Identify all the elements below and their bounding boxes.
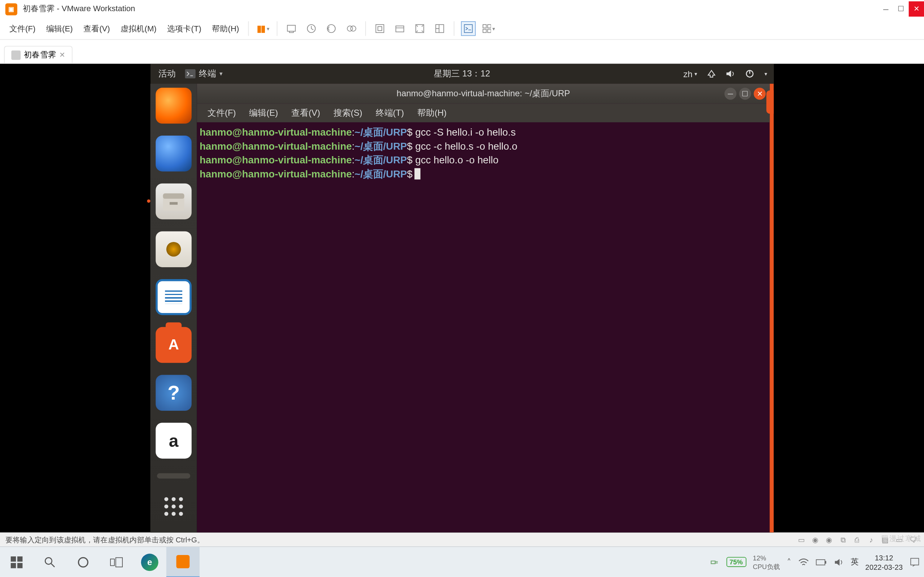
menu-view[interactable]: 查看(V) <box>78 18 115 39</box>
svg-point-2 <box>327 24 335 32</box>
cpu-load-indicator[interactable]: 12%CPU负载 <box>753 553 780 571</box>
tray-chevron-icon[interactable]: ˄ <box>787 557 792 567</box>
vm-tab-icon <box>11 50 21 60</box>
chevron-down-icon: ▾ <box>695 71 697 77</box>
svg-rect-29 <box>17 562 23 568</box>
cursor-icon <box>414 168 420 179</box>
device-sound-icon[interactable]: ♪ <box>866 535 877 545</box>
windows-taskbar: e 75% 12%CPU负载 ˄ 英 13:122022-03-23 <box>0 546 924 577</box>
svg-rect-37 <box>911 558 919 564</box>
tray-power-plug-icon[interactable] <box>709 557 719 567</box>
fit-window-button[interactable] <box>393 21 407 36</box>
ubuntu-topbar: 活动 终端 ▾ 星期三 13：12 zh▾ ▾ <box>150 64 774 84</box>
device-usb-icon[interactable]: ⎙ <box>851 535 863 545</box>
dock-thunderbird[interactable] <box>155 135 192 172</box>
vm-tab[interactable]: 初春雪霁 ✕ <box>4 46 73 63</box>
terminal-menu-file[interactable]: 文件(F) <box>201 107 242 119</box>
send-ctrl-alt-del-button[interactable] <box>284 21 299 36</box>
cortana-button[interactable] <box>66 547 100 577</box>
terminal-body[interactable]: hanmo@hanmo-virtual-machine:~/桌面/URP$ gc… <box>197 122 770 184</box>
svg-rect-35 <box>816 559 825 565</box>
dock-trash[interactable] <box>157 473 190 479</box>
taskbar-vmware[interactable] <box>166 547 200 577</box>
dock-software[interactable]: A <box>155 327 192 363</box>
dock-help[interactable]: ? <box>155 375 192 411</box>
vm-tab-label: 初春雪霁 <box>24 49 56 60</box>
guest-display[interactable]: 活动 终端 ▾ 星期三 13：12 zh▾ ▾ <box>0 64 924 532</box>
minimize-button[interactable]: ─ <box>878 2 893 16</box>
start-button[interactable] <box>0 547 33 577</box>
notifications-icon[interactable] <box>909 557 920 567</box>
search-button[interactable] <box>33 547 66 577</box>
tray-volume-icon[interactable] <box>834 557 844 567</box>
close-button[interactable]: ✕ <box>909 2 924 16</box>
menu-help[interactable]: 帮助(H) <box>207 18 244 39</box>
svg-rect-26 <box>10 556 16 561</box>
terminal-line: hanmo@hanmo-virtual-machine:~/桌面/URP$ gc… <box>200 153 767 167</box>
chevron-down-icon: ▾ <box>220 70 223 77</box>
clock-label[interactable]: 星期三 13：12 <box>434 68 490 80</box>
vmware-logo-icon: ▣ <box>5 3 17 15</box>
snapshot-revert-button[interactable] <box>324 21 339 36</box>
dock-rhythmbox[interactable] <box>155 231 192 267</box>
svg-point-30 <box>45 557 52 564</box>
vmware-menubar: 文件(F) 编辑(E) 查看(V) 虚拟机(M) 选项卡(T) 帮助(H) ▮▮… <box>0 18 924 40</box>
terminal-menu-terminal[interactable]: 终端(T) <box>369 107 410 119</box>
terminal-menu-search[interactable]: 搜索(S) <box>327 107 369 119</box>
terminal-minimize-button[interactable]: ─ <box>724 88 736 100</box>
terminal-title: hanmo@hanmo-virtual-machine: ~/桌面/URP <box>397 88 570 100</box>
wifi-icon[interactable] <box>798 557 809 567</box>
svg-rect-0 <box>288 25 296 31</box>
dock-files[interactable] <box>155 184 192 220</box>
maximize-button[interactable]: ☐ <box>893 2 908 16</box>
svg-rect-34 <box>116 557 122 567</box>
unity-button[interactable] <box>433 21 447 36</box>
menu-file[interactable]: 文件(F) <box>4 18 41 39</box>
input-method-indicator[interactable]: zh▾ <box>683 69 697 79</box>
terminal-menu-view[interactable]: 查看(V) <box>285 107 327 119</box>
fullscreen-button[interactable] <box>412 21 427 36</box>
terminal-close-button[interactable]: ✕ <box>754 88 766 100</box>
terminal-maximize-button[interactable]: ☐ <box>739 88 751 100</box>
volume-icon[interactable] <box>726 69 736 79</box>
menu-tabs[interactable]: 选项卡(T) <box>162 18 207 39</box>
dock-writer[interactable] <box>155 279 192 315</box>
device-hdd-icon[interactable]: ▭ <box>795 535 807 545</box>
tray-battery-icon[interactable] <box>815 558 827 566</box>
snapshot-button[interactable] <box>304 21 319 36</box>
pause-vm-button[interactable]: ▮▮▾ <box>255 21 270 36</box>
menu-edit[interactable]: 编辑(E) <box>41 18 78 39</box>
svg-rect-25 <box>170 202 178 205</box>
status-hint: 要将输入定向到该虚拟机，请在虚拟机内部单击或按 Ctrl+G。 <box>5 535 204 545</box>
console-view-button[interactable] <box>461 21 476 36</box>
chevron-down-icon: ▾ <box>764 71 767 77</box>
activities-button[interactable]: 活动 <box>153 68 181 80</box>
svg-point-4 <box>351 26 356 31</box>
network-icon[interactable] <box>706 69 716 79</box>
taskbar-clock[interactable]: 13:122022-03-23 <box>865 553 903 572</box>
menu-vm[interactable]: 虚拟机(M) <box>115 18 162 39</box>
terminal-titlebar[interactable]: hanmo@hanmo-virtual-machine: ~/桌面/URP ─ … <box>197 84 770 103</box>
fit-guest-button[interactable] <box>373 21 388 36</box>
dock-amazon[interactable]: a <box>155 423 192 459</box>
taskbar-edge[interactable]: e <box>133 547 166 577</box>
device-cd-icon[interactable]: ◉ <box>809 535 821 545</box>
dock-show-apps[interactable] <box>164 497 183 516</box>
svg-rect-5 <box>376 24 384 32</box>
thumbnail-view-button[interactable]: ▾ <box>481 21 496 36</box>
terminal-menu-edit[interactable]: 编辑(E) <box>242 107 285 119</box>
terminal-menubar: 文件(F) 编辑(E) 查看(V) 搜索(S) 终端(T) 帮助(H) <box>197 104 770 122</box>
window-title: 初春雪霁 - VMware Workstation <box>23 3 135 15</box>
ime-indicator[interactable]: 英 <box>851 556 859 567</box>
device-net-icon[interactable]: ⧉ <box>837 535 848 545</box>
close-tab-icon[interactable]: ✕ <box>59 50 65 59</box>
terminal-menu-help[interactable]: 帮助(H) <box>411 107 453 119</box>
device-cd2-icon[interactable]: ◉ <box>824 535 835 545</box>
task-view-button[interactable] <box>100 547 133 577</box>
snapshot-manager-button[interactable] <box>344 21 359 36</box>
app-menu-terminal[interactable]: 终端 ▾ <box>181 68 227 80</box>
power-icon[interactable] <box>745 69 755 79</box>
battery-indicator[interactable]: 75% <box>726 557 746 567</box>
svg-rect-36 <box>825 561 826 563</box>
dock-firefox[interactable] <box>155 88 192 124</box>
